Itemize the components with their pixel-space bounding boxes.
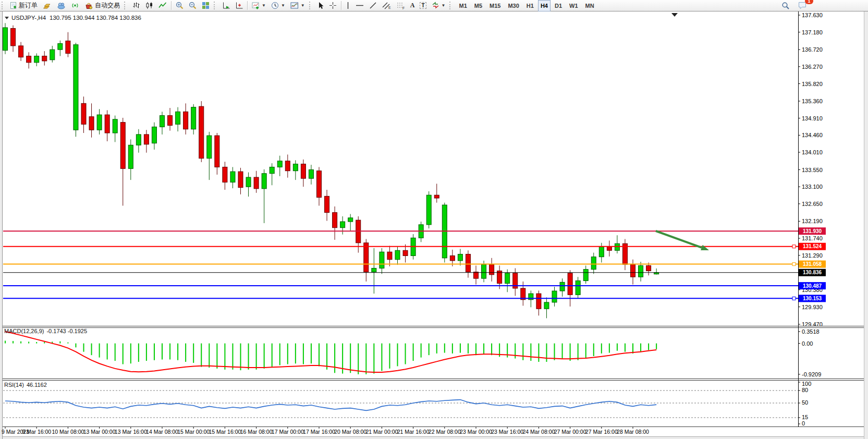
svg-text:133.550: 133.550 [802, 167, 823, 173]
clock-icon [271, 2, 279, 9]
chart-canvas[interactable]: 137.630137.180136.720136.270135.820135.3… [0, 0, 868, 439]
rsi-name: RSI(14) [4, 382, 24, 388]
svg-text:0.00: 0.00 [802, 340, 813, 347]
text-tool-icon: A [410, 2, 415, 9]
svg-text:50: 50 [802, 399, 808, 406]
timeframe-h1[interactable]: H1 [523, 0, 537, 11]
line-handle[interactable] [792, 263, 796, 266]
indicators-button[interactable]: ▼ [250, 1, 268, 11]
search-button[interactable] [779, 1, 792, 11]
svg-text:132.650: 132.650 [802, 201, 823, 207]
auto-scroll-icon [222, 2, 230, 9]
cursor-tool-button[interactable] [315, 1, 326, 11]
svg-text:24 Mar 08:00: 24 Mar 08:00 [522, 429, 555, 435]
toolbar-grip[interactable] [2, 2, 5, 9]
auto-trading-button[interactable]: 自动交易 [82, 1, 122, 11]
svg-text:23 Mar 16:00: 23 Mar 16:00 [491, 429, 523, 435]
signals-button[interactable] [69, 1, 81, 11]
svg-text:16 Mar 08:00: 16 Mar 08:00 [240, 429, 273, 435]
line-handle[interactable] [792, 297, 796, 300]
horizontal-line-tool-button[interactable] [353, 1, 366, 11]
toolbar-grip[interactable] [449, 2, 453, 9]
timeframe-w1[interactable]: W1 [566, 0, 581, 11]
gold-button[interactable] [41, 1, 54, 11]
zoom-in-button[interactable] [174, 1, 186, 11]
auto-scroll-button[interactable] [220, 1, 232, 11]
timeframe-m1[interactable]: M1 [456, 0, 470, 11]
window-bottom-edge [3, 437, 864, 439]
svg-text:135.360: 135.360 [802, 98, 823, 104]
svg-text:13 Mar 16:00: 13 Mar 16:00 [115, 429, 147, 435]
toolbar-grip[interactable] [214, 2, 217, 9]
line-chart-icon [158, 2, 167, 9]
macd-indicator-label: MACD(12,26,9)-0.1743 -0.1925 [4, 328, 87, 334]
channel-tool-button[interactable]: E [380, 1, 393, 11]
equidistant-channel-icon: E [382, 2, 391, 9]
svg-text:134.010: 134.010 [802, 149, 823, 155]
svg-text:22 Mar 08:00: 22 Mar 08:00 [429, 429, 461, 435]
trendline-tool-button[interactable] [367, 1, 379, 11]
timeframe-m15[interactable]: M15 [486, 0, 504, 11]
arrows-icon [432, 2, 439, 9]
auto-trading-icon [84, 2, 93, 9]
text-tool-button[interactable]: A [408, 1, 417, 11]
fibonacci-icon: F [396, 2, 405, 9]
community-cloud-icon [57, 2, 66, 9]
vertical-line-tool-button[interactable] [344, 1, 352, 11]
timeframe-m30[interactable]: M30 [505, 0, 522, 11]
new-order-label: 新订单 [19, 1, 38, 10]
svg-text:10 Mar 08:00: 10 Mar 08:00 [52, 429, 84, 435]
candlestick-icon [145, 2, 153, 9]
auto-trading-label: 自动交易 [95, 1, 120, 10]
svg-text:9 Mar 16:00: 9 Mar 16:00 [22, 429, 51, 435]
chart-shift-button[interactable] [233, 1, 245, 11]
svg-text:15 Mar 00:00: 15 Mar 00:00 [177, 429, 210, 435]
symbol-dropdown-icon[interactable] [5, 17, 9, 19]
svg-text:136.720: 136.720 [802, 46, 823, 53]
svg-text:0: 0 [802, 420, 805, 426]
timeframe-m5[interactable]: M5 [471, 0, 485, 11]
svg-text:14 Mar 08:00: 14 Mar 08:00 [146, 429, 178, 435]
svg-text:27 Mar 00:00: 27 Mar 00:00 [554, 429, 586, 435]
svg-text:133.100: 133.100 [802, 184, 823, 190]
cursor-icon [317, 2, 324, 9]
toolbar-grip[interactable] [124, 2, 128, 9]
fibonacci-tool-button[interactable]: F [394, 1, 407, 11]
crosshair-tool-button[interactable] [327, 1, 339, 11]
bar-chart-mode-button[interactable] [130, 1, 142, 11]
tile-windows-button[interactable] [200, 1, 212, 11]
svg-text:E: E [388, 6, 391, 9]
bar-chart-icon [132, 2, 140, 9]
svg-text:134.460: 134.460 [802, 132, 823, 138]
candlestick-mode-button[interactable] [143, 1, 155, 11]
time-axis[interactable]: 9 Mar 20239 Mar 16:0010 Mar 08:0013 Mar … [2, 427, 649, 435]
svg-text:21 Mar 00:00: 21 Mar 00:00 [365, 429, 398, 435]
signals-icon [71, 2, 79, 9]
svg-text:130.153: 130.153 [803, 296, 822, 301]
crosshair-icon [329, 2, 337, 9]
community-button[interactable] [55, 1, 68, 11]
svg-text:131.930: 131.930 [803, 228, 822, 234]
rsi-value: 46.1162 [27, 382, 47, 388]
timeframe-h4[interactable]: H4 [538, 0, 551, 11]
timeframe-mn[interactable]: MN [582, 0, 597, 11]
text-label-tool-button[interactable]: T [418, 1, 428, 11]
line-handle[interactable] [792, 245, 796, 248]
svg-text:F: F [402, 6, 405, 10]
toolbar-separator [341, 1, 341, 10]
arrows-tool-button[interactable]: ▼ [430, 1, 448, 11]
trendline-icon [369, 2, 377, 9]
svg-text:131.058: 131.058 [803, 261, 822, 267]
svg-text:129.470: 129.470 [802, 321, 823, 327]
periods-button[interactable]: ▼ [269, 1, 287, 11]
right-scroll-strip[interactable] [864, 11, 868, 439]
zoom-out-button[interactable] [187, 1, 199, 11]
new-order-button[interactable]: 新订单 [8, 1, 40, 11]
templates-button[interactable]: ▼ [288, 1, 307, 11]
toolbar-grip[interactable] [309, 2, 313, 9]
svg-text:100: 100 [802, 381, 811, 387]
macd-values: -0.1743 -0.1925 [46, 328, 87, 334]
line-chart-mode-button[interactable] [156, 1, 169, 11]
timeframe-d1[interactable]: D1 [552, 0, 565, 11]
svg-text:136.270: 136.270 [802, 64, 823, 70]
